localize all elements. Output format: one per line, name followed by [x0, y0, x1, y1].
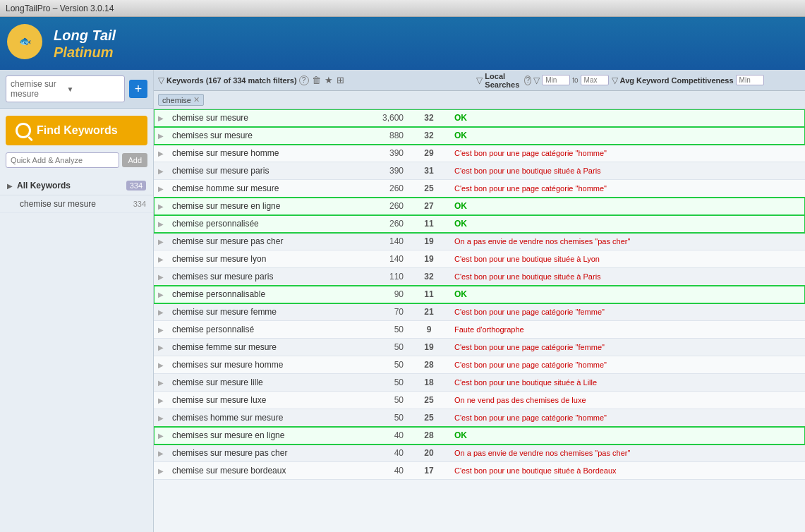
searches-cell: 390 — [351, 145, 408, 162]
searches-cell: 880 — [351, 127, 408, 145]
searches-cell: 40 — [351, 462, 408, 480]
searches-cell: 50 — [351, 392, 408, 409]
row-expand-icon[interactable]: ▶ — [154, 233, 168, 250]
filter-remove-icon[interactable]: ✕ — [193, 95, 200, 104]
note-cell: C'est bon pour une page catégorie "homme… — [450, 409, 805, 427]
add-keyword-button[interactable]: + — [129, 80, 147, 98]
note-cell: C'est bon pour une page catégorie "homme… — [450, 180, 805, 198]
row-expand-icon[interactable]: ▶ — [154, 268, 168, 286]
keyword-search-value: chemise sur mesure — [11, 79, 64, 99]
table-row[interactable]: ▶chemises sur mesure homme5028C'est bon … — [154, 356, 805, 374]
local-max-input[interactable] — [581, 75, 609, 85]
table-row[interactable]: ▶chemise homme sur mesure26025C'est bon … — [154, 180, 805, 198]
score-cell: 28 — [408, 427, 450, 445]
table-row[interactable]: ▶chemise sur mesure luxe5025On ne vend p… — [154, 392, 805, 409]
note-cell: OK — [450, 127, 805, 145]
table-row[interactable]: ▶chemises homme sur mesure5025C'est bon … — [154, 409, 805, 427]
table-row[interactable]: ▶chemises sur mesure88032OK — [154, 127, 805, 145]
row-expand-icon[interactable]: ▶ — [154, 250, 168, 268]
row-expand-icon[interactable]: ▶ — [154, 427, 168, 445]
star-icon[interactable]: ★ — [324, 74, 334, 86]
row-expand-icon[interactable]: ▶ — [154, 286, 168, 303]
table-row[interactable]: ▶chemises sur mesure paris11032C'est bon… — [154, 268, 805, 286]
row-expand-icon[interactable]: ▶ — [154, 409, 168, 427]
note-cell: C'est bon pour une boutique située à Lil… — [450, 374, 805, 392]
row-expand-icon[interactable]: ▶ — [154, 127, 168, 145]
score-cell: 11 — [408, 215, 450, 233]
search-bar: chemise sur mesure ▼ + — [0, 70, 153, 109]
table-row[interactable]: ▶chemise personnalisé509Faute d'orthogra… — [154, 321, 805, 339]
note-cell: On ne vend pas des chemises de luxe — [450, 392, 805, 409]
searches-cell: 90 — [351, 286, 408, 303]
sidebar-item-all-keywords[interactable]: ▶ chemise sur mesure All Keywords 334 — [0, 176, 153, 195]
row-expand-icon[interactable]: ▶ — [154, 198, 168, 215]
filter-row: chemise ✕ — [154, 91, 805, 109]
score-cell: 20 — [408, 445, 450, 462]
header: 🐟 Long Tail Platinum — [0, 17, 805, 70]
note-cell: OK — [450, 198, 805, 215]
row-expand-icon[interactable]: ▶ — [154, 374, 168, 392]
table-row[interactable]: ▶chemise personnalisable9011OK — [154, 286, 805, 303]
table-row[interactable]: ▶chemise sur mesure lyon14019C'est bon p… — [154, 250, 805, 268]
row-expand-icon[interactable]: ▶ — [154, 145, 168, 162]
searches-cell: 50 — [351, 409, 408, 427]
help-icon[interactable]: ? — [299, 75, 309, 85]
app-container: 🐟 Long Tail Platinum chemise sur mesure … — [0, 17, 805, 532]
quick-add-button[interactable]: Add — [122, 153, 147, 167]
row-expand-icon[interactable]: ▶ — [154, 215, 168, 233]
row-expand-icon[interactable]: ▶ — [154, 321, 168, 339]
sidebar: chemise sur mesure ▼ + Find Keywords Add… — [0, 70, 154, 532]
row-expand-icon[interactable]: ▶ — [154, 303, 168, 321]
table-row[interactable]: ▶chemise personnalisée26011OK — [154, 215, 805, 233]
row-expand-icon[interactable]: ▶ — [154, 339, 168, 356]
sidebar-item-chemise-sur-mesure[interactable]: chemise sur mesure 334 — [0, 195, 153, 213]
logo-line1: Long Tail — [54, 27, 116, 44]
note-cell: On a pas envie de vendre nos chemises "p… — [450, 445, 805, 462]
table-row[interactable]: ▶chemise sur mesure lille5018C'est bon p… — [154, 374, 805, 392]
row-expand-icon[interactable]: ▶ — [154, 462, 168, 480]
table-row[interactable]: ▶chemise sur mesure homme39029C'est bon … — [154, 145, 805, 162]
avg-min-input[interactable] — [736, 75, 764, 85]
sub-group-count: 334 — [133, 200, 146, 208]
find-keywords-button[interactable]: Find Keywords — [6, 116, 147, 145]
note-cell: C'est bon pour une boutique située à Lyo… — [450, 250, 805, 268]
table-row[interactable]: ▶chemise sur mesure bordeaux4017C'est bo… — [154, 462, 805, 480]
row-expand-icon[interactable]: ▶ — [154, 392, 168, 409]
keywords-header-label: Keywords (167 of 334 match filters) — [167, 76, 297, 85]
keyword-cell: chemise sur mesure pas cher — [168, 233, 351, 250]
quick-add-input[interactable] — [6, 152, 119, 168]
filter-tag[interactable]: chemise ✕ — [158, 94, 204, 106]
keyword-cell: chemise personnalisée — [168, 215, 351, 233]
content-area: chemise sur mesure ▼ + Find Keywords Add… — [0, 70, 805, 532]
row-expand-icon[interactable]: ▶ — [154, 180, 168, 198]
quick-add-wrap: Add — [6, 152, 147, 168]
row-expand-icon[interactable]: ▶ — [154, 162, 168, 180]
table-row[interactable]: ▶chemise sur mesure pas cher14019On a pa… — [154, 233, 805, 250]
keyword-table: ▶chemise sur mesure3,60032OK▶chemises su… — [154, 109, 805, 532]
keyword-search-field[interactable]: chemise sur mesure ▼ — [6, 75, 125, 102]
row-expand-icon[interactable]: ▶ — [154, 109, 168, 127]
searches-cell: 40 — [351, 427, 408, 445]
score-cell: 18 — [408, 374, 450, 392]
table-row[interactable]: ▶chemises sur mesure pas cher4020On a pa… — [154, 445, 805, 462]
table-row[interactable]: ▶chemise sur mesure paris39031C'est bon … — [154, 162, 805, 180]
score-cell: 11 — [408, 286, 450, 303]
score-cell: 32 — [408, 268, 450, 286]
searches-cell: 260 — [351, 198, 408, 215]
app-title: LongTailPro – Version 3.0.14 — [6, 4, 114, 13]
table-row[interactable]: ▶chemise sur mesure femme7021C'est bon p… — [154, 303, 805, 321]
score-cell: 32 — [408, 127, 450, 145]
help-icon-local[interactable]: ? — [524, 75, 531, 85]
table-row[interactable]: ▶chemises sur mesure en ligne4028OK — [154, 427, 805, 445]
row-expand-icon[interactable]: ▶ — [154, 356, 168, 374]
table-row[interactable]: ▶chemise femme sur mesure5019C'est bon p… — [154, 339, 805, 356]
row-expand-icon[interactable]: ▶ — [154, 445, 168, 462]
delete-icon[interactable]: 🗑 — [311, 74, 322, 86]
keyword-cell: chemise sur mesure — [168, 109, 351, 127]
filter-tag-text: chemise — [162, 96, 191, 104]
table-row[interactable]: ▶chemise sur mesure en ligne26027OK — [154, 198, 805, 215]
table-row[interactable]: ▶chemise sur mesure3,60032OK — [154, 109, 805, 127]
searches-cell: 50 — [351, 339, 408, 356]
local-min-input[interactable] — [542, 75, 570, 85]
grid-icon[interactable]: ⊞ — [336, 74, 345, 86]
